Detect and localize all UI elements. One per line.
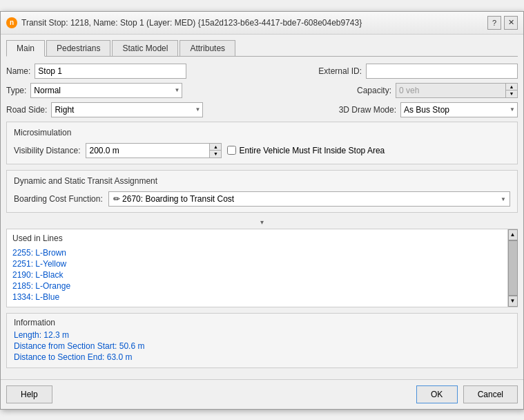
visibility-spinner-wrapper: ▲ ▼ [86, 143, 222, 158]
cancel-button[interactable]: Cancel [463, 385, 518, 403]
type-label: Type: [6, 86, 26, 95]
external-id-label: External ID: [318, 66, 362, 76]
info-distance-end: Distance to Section End: 63.0 m [14, 352, 510, 362]
tab-pedestrians[interactable]: Pedestrians [46, 40, 110, 56]
collapse-icon: ▾ [260, 218, 264, 226]
tab-static-model[interactable]: Static Model [112, 40, 178, 56]
lines-list: 2255: L-Brown 2251: L-Yellow 2190: L-Bla… [12, 247, 503, 303]
capacity-spinners: ▲ ▼ [506, 83, 518, 98]
dialog-content: Main Pedestrians Static Model Attributes… [1, 35, 523, 379]
tab-bar: Main Pedestrians Static Model Attributes [6, 40, 518, 57]
help-button[interactable]: Help [6, 385, 52, 403]
capacity-label: Capacity: [357, 86, 391, 95]
visibility-row: Visibility Distance: ▲ ▼ Entire Vehicle … [14, 143, 510, 158]
dialog: n Transit Stop: 1218, Name: Stop 1 (Laye… [0, 11, 524, 410]
scroll-thumb[interactable] [508, 240, 518, 296]
roadside-select[interactable]: Right Left [51, 102, 203, 117]
help-title-button[interactable]: ? [487, 16, 501, 30]
line-item[interactable]: 2251: L-Yellow [12, 258, 501, 269]
name-label: Name: [6, 66, 30, 76]
scroll-up-arrow[interactable]: ▲ [508, 229, 518, 240]
vehicle-fit-label: Entire Vehicle Must Fit Inside Stop Area [239, 146, 385, 155]
line-item[interactable]: 2190: L-Black [12, 269, 501, 280]
visibility-spin-buttons: ▲ ▼ [210, 143, 222, 158]
draw-mode-select[interactable]: As Bus Stop None Custom [400, 102, 518, 117]
ok-cancel-buttons: OK Cancel [416, 385, 518, 403]
roadside-row: Road Side: Right Left 3D Draw Mode: As B… [6, 102, 518, 117]
capacity-up-button[interactable]: ▲ [506, 84, 517, 91]
type-select-wrapper: Normal Virtual Exact Position [30, 83, 182, 98]
line-item[interactable]: 1334: L-Blue [12, 292, 501, 303]
lines-scrollbar[interactable]: ▲ ▼ [507, 229, 517, 307]
draw-mode-label: 3D Draw Mode: [339, 105, 396, 115]
name-input[interactable] [35, 64, 186, 79]
boarding-cost-select[interactable]: ✏ 2670: Boarding to Transit Cost [108, 191, 510, 207]
type-row: Type: Normal Virtual Exact Position Capa… [6, 83, 518, 98]
used-in-lines-title: Used in Lines [12, 233, 503, 243]
dialog-footer: Help OK Cancel [1, 379, 523, 409]
used-in-lines-section: Used in Lines 2255: L-Brown 2251: L-Yell… [6, 229, 518, 307]
vehicle-fit-checkbox-label[interactable]: Entire Vehicle Must Fit Inside Stop Area [227, 146, 385, 155]
microsimulation-title: Microsimulation [14, 128, 510, 137]
tab-main[interactable]: Main [6, 40, 45, 57]
dynamic-static-title: Dynamic and Static Transit Assignment [14, 176, 510, 186]
close-title-button[interactable]: ✕ [504, 16, 518, 30]
app-icon: n [6, 17, 17, 28]
title-bar: n Transit Stop: 1218, Name: Stop 1 (Laye… [1, 12, 523, 35]
name-row: Name: External ID: [6, 64, 518, 79]
info-length: Length: 12.3 m [14, 330, 510, 340]
information-section: Information Length: 12.3 m Distance from… [6, 313, 518, 368]
boarding-row: Boarding Cost Function: ✏ 2670: Boarding… [14, 191, 510, 207]
collapse-button[interactable]: ▾ [6, 218, 518, 226]
line-item[interactable]: 2185: L-Orange [12, 280, 501, 292]
visibility-up-button[interactable]: ▲ [210, 144, 221, 151]
capacity-input[interactable] [396, 83, 506, 98]
visibility-label: Visibility Distance: [14, 146, 80, 155]
ok-button[interactable]: OK [416, 385, 458, 403]
roadside-select-wrapper: Right Left [51, 102, 203, 117]
information-title: Information [14, 318, 510, 327]
title-buttons: ? ✕ [487, 16, 518, 30]
external-id-input[interactable] [366, 64, 518, 79]
line-item[interactable]: 2255: L-Brown [12, 247, 501, 258]
capacity-down-button[interactable]: ▼ [506, 90, 517, 97]
type-select[interactable]: Normal Virtual Exact Position [30, 83, 182, 98]
info-distance-start: Distance from Section Start: 50.6 m [14, 341, 510, 351]
tab-attributes[interactable]: Attributes [179, 40, 235, 56]
boarding-select-wrapper: ✏ 2670: Boarding to Transit Cost [108, 191, 510, 207]
dynamic-static-section: Dynamic and Static Transit Assignment Bo… [6, 170, 518, 213]
dialog-title: Transit Stop: 1218, Name: Stop 1 (Layer:… [21, 18, 483, 28]
roadside-label: Road Side: [6, 105, 47, 115]
capacity-wrapper: ▲ ▼ [396, 83, 518, 98]
scroll-down-arrow[interactable]: ▼ [508, 296, 518, 307]
visibility-input[interactable] [86, 143, 210, 158]
draw-mode-select-wrapper: As Bus Stop None Custom [400, 102, 518, 117]
visibility-down-button[interactable]: ▼ [210, 151, 221, 158]
boarding-label: Boarding Cost Function: [14, 194, 103, 204]
vehicle-fit-checkbox[interactable] [227, 146, 236, 155]
microsimulation-section: Microsimulation Visibility Distance: ▲ ▼… [6, 122, 518, 164]
